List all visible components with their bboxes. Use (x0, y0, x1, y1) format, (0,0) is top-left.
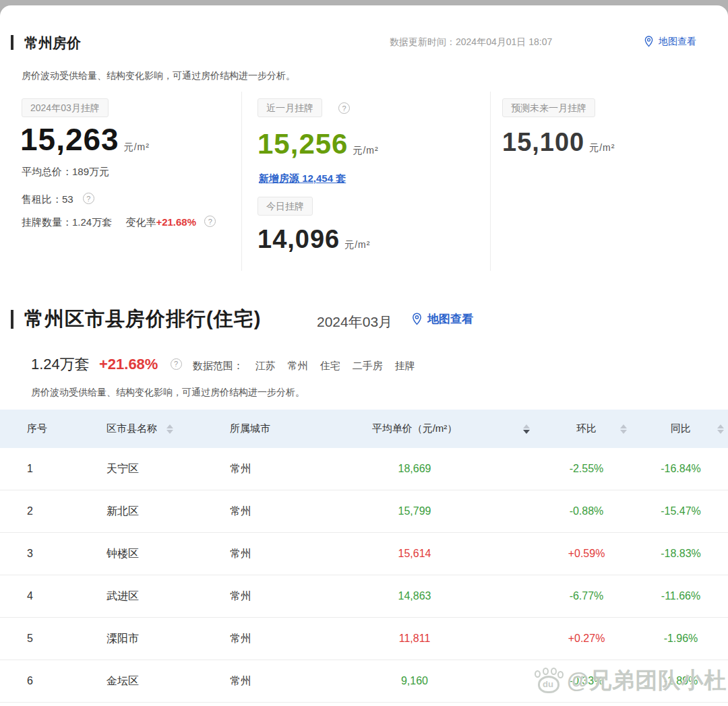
help-icon[interactable]: ? (83, 193, 94, 204)
table-cell: 14,863 (290, 590, 539, 602)
table-cell: -1.89% (634, 675, 728, 687)
divider (241, 92, 242, 271)
table-row[interactable]: 2新北区常州15,799-0.88%-15.47% (0, 490, 728, 533)
table-cell: -16.84% (634, 463, 728, 475)
forecast-price: 15,100元/m² (502, 128, 615, 157)
section1-subtitle: 房价波动受供给量、结构变化影响，可通过房价结构进一步分析。 (22, 70, 295, 82)
count-change-line: 1.24万套 +21.68% ? 数据范围：江苏常州住宅二手房挂牌 (31, 354, 415, 375)
table-row[interactable]: 1天宁区常州18,669-2.55%-16.84% (0, 448, 728, 490)
price-unit: 元/m² (353, 145, 378, 156)
table-cell: 5 (0, 633, 81, 645)
scope-item: 江苏 (255, 360, 276, 371)
scope-item: 常州 (288, 360, 308, 371)
today-price: 14,096元/m² (257, 225, 370, 254)
header-city: 所属城市 (202, 410, 290, 448)
ranking-period: 2024年03月 (317, 313, 392, 331)
help-icon[interactable]: ? (338, 102, 350, 114)
table-cell: 武进区 (81, 589, 202, 604)
recent-month-badge: 近一月挂牌 (257, 98, 322, 117)
scope-item: 住宅 (320, 360, 340, 371)
header-district[interactable]: 区市县名称 (81, 410, 202, 448)
table-cell: 15,799 (290, 505, 539, 517)
table-cell: 金坛区 (81, 674, 202, 688)
table-cell: -15.47% (634, 505, 728, 517)
price-unit: 元/m² (344, 239, 370, 250)
title-marker (11, 35, 13, 50)
table-row[interactable]: 5溧阳市常州11,811+0.27%-1.96% (0, 618, 728, 660)
table-cell: 15,614 (290, 548, 539, 560)
table-cell: 3 (0, 548, 81, 560)
header-yoy[interactable]: 同比 (634, 410, 728, 448)
table-cell: 常州 (202, 674, 290, 688)
table-cell: -2.55% (539, 463, 634, 475)
change-rate-value: +21.68% (156, 216, 196, 228)
update-time: 数据更新时间：2024年04月01日 18:07 (390, 36, 552, 49)
table-cell: 常州 (202, 547, 290, 561)
divider (490, 92, 491, 271)
sale-rent-ratio: 售租比：53 ? (22, 193, 94, 206)
table-cell: -1.96% (634, 633, 728, 645)
sort-icon-active-desc[interactable] (523, 424, 530, 434)
table-cell: 2 (0, 505, 81, 517)
table-cell: 常州 (202, 632, 290, 646)
table-header-row: 序号 区市县名称 所属城市 平均单价（元/m²） 环比 同比 (0, 410, 728, 448)
title-marker (11, 310, 13, 329)
table-cell: +0.27% (539, 633, 634, 645)
table-cell: -11.66% (634, 590, 728, 602)
content-card: 常州房价 数据更新时间：2024年04月01日 18:07 地图查看 房价波动受… (0, 5, 728, 706)
map-view-link[interactable]: 地图查看 (410, 311, 473, 327)
page: 常州房价 数据更新时间：2024年04月01日 18:07 地图查看 房价波动受… (0, 0, 728, 706)
recent-price: 15,256元/m² (257, 128, 379, 160)
map-pin-icon (642, 35, 655, 48)
ranking-title: 常州区市县房价排行(住宅) (24, 306, 261, 333)
table-cell: -0.88% (539, 505, 634, 517)
today-listing-badge: 今日挂牌 (257, 197, 313, 216)
avg-total-price: 平均总价：189万元 (22, 166, 109, 179)
table-cell: 天宁区 (81, 462, 202, 476)
page-title: 常州房价 (24, 34, 81, 53)
map-view-link[interactable]: 地图查看 (642, 35, 696, 48)
table-cell: 18,669 (290, 463, 539, 475)
change-percent: +21.68% (99, 356, 158, 373)
forecast-badge: 预测未来一月挂牌 (502, 98, 595, 117)
month-price: 15,263元/m² (20, 121, 150, 158)
table-cell: -6.77% (539, 590, 634, 602)
help-icon[interactable]: ? (171, 358, 182, 370)
header-price[interactable]: 平均单价（元/m²） (290, 410, 539, 448)
table-cell: 常州 (202, 589, 290, 604)
ranking-table: 序号 区市县名称 所属城市 平均单价（元/m²） 环比 同比 (0, 410, 728, 703)
table-cell: 11,811 (290, 633, 539, 645)
sort-icon[interactable] (166, 424, 173, 434)
table-row[interactable]: 6金坛区常州9,160-0.33%-1.89% (0, 660, 728, 703)
table-cell: 1 (0, 463, 81, 475)
scope-item: 挂牌 (395, 360, 415, 371)
scope-item: 二手房 (353, 360, 383, 371)
table-cell: 新北区 (81, 505, 202, 519)
table-row[interactable]: 4武进区常州14,863-6.77%-11.66% (0, 575, 728, 618)
section2-subtitle: 房价波动受供给量、结构变化影响，可通过房价结构进一步分析。 (31, 387, 305, 399)
header-mom[interactable]: 环比 (539, 410, 634, 448)
table-cell: 常州 (202, 505, 290, 519)
table-cell: 溧阳市 (81, 632, 202, 646)
header-index: 序号 (0, 410, 81, 448)
sort-icon[interactable] (717, 424, 724, 434)
sort-icon[interactable] (620, 424, 627, 434)
table-body: 1天宁区常州18,669-2.55%-16.84%2新北区常州15,799-0.… (0, 448, 728, 703)
table-cell: +0.59% (539, 548, 634, 560)
listing-count-line: 挂牌数量：1.24万套 变化率+21.68% ? (22, 216, 216, 229)
price-unit: 元/m² (589, 142, 615, 153)
table-cell: -18.83% (634, 548, 728, 560)
table-cell: 9,160 (290, 675, 539, 687)
data-scope: 数据范围：江苏常州住宅二手房挂牌 (193, 360, 415, 371)
table-row[interactable]: 3钟楼区常州15,614+0.59%-18.83% (0, 533, 728, 575)
month-listing-badge: 2024年03月挂牌 (22, 98, 109, 117)
price-unit: 元/m² (124, 141, 150, 152)
table-cell: 钟楼区 (81, 547, 202, 561)
table-cell: 6 (0, 675, 81, 687)
help-icon[interactable]: ? (204, 216, 216, 227)
new-listings-link[interactable]: 新增房源 12,454 套 (259, 172, 346, 185)
table-cell: 4 (0, 590, 81, 602)
map-pin-icon (410, 312, 424, 326)
table-cell: -0.33% (539, 675, 634, 687)
table-cell: 常州 (202, 462, 290, 476)
